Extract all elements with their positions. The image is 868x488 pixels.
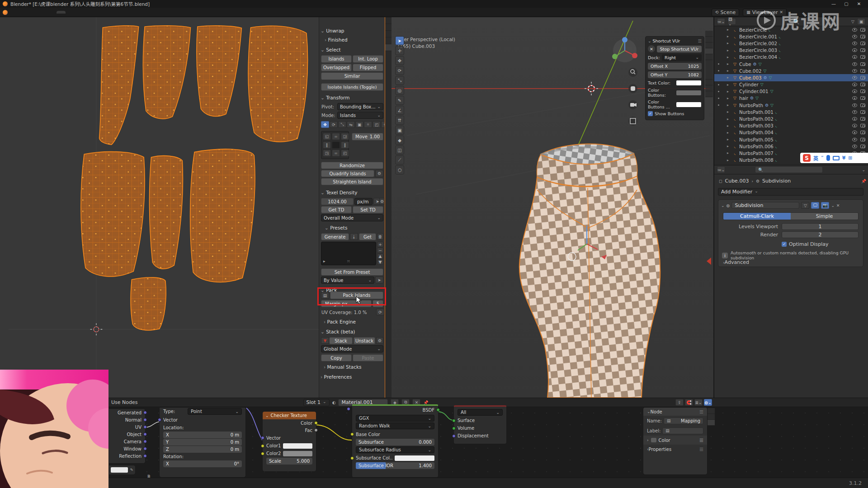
checker-texture-node[interactable]: ⌄Checker Texture Color Fac Vector Color1… <box>262 411 316 472</box>
workspace-tab[interactable] <box>111 11 120 14</box>
outliner-row[interactable]: ▸ ◟ ▽ hair ⚙ ▽ ◟ <box>714 95 868 102</box>
modifier-wrench-icon[interactable]: ⚙ <box>765 103 769 108</box>
outliner-row[interactable]: ▸ ◟ ▽ NurbsPath.006 ⚙ ▽ ◟ <box>714 143 868 150</box>
unstack-button[interactable]: Unstack <box>354 337 375 344</box>
by-value-cursor-icon[interactable]: ➤ <box>375 277 383 283</box>
ime-keyboard-icon[interactable] <box>833 156 840 160</box>
distribution-dropdown[interactable]: GGX⌄ <box>356 415 434 422</box>
outliner-row[interactable]: ▸ ◟ ▽ Cube.003 ⚙ ▽ ◟ <box>714 74 868 81</box>
hide-eye-icon[interactable] <box>852 89 857 93</box>
scale-tool[interactable]: ⤡ <box>395 76 404 85</box>
move-tool[interactable]: ✥ <box>395 56 404 65</box>
select-similar-button[interactable]: Similar <box>321 72 383 80</box>
coverage-refresh-icon[interactable]: ⟳ <box>376 309 384 315</box>
modifier-wrench-icon[interactable]: ⚙ <box>764 75 767 80</box>
color2-socket[interactable] <box>261 452 264 455</box>
expand-arrow-icon[interactable]: ▸ <box>727 137 731 141</box>
offset-y-field[interactable]: Offset Y1082 <box>648 71 702 78</box>
presets-get-button[interactable]: Get <box>359 233 376 240</box>
expand-arrow-icon[interactable]: ▸ <box>727 151 731 155</box>
node-panel-title[interactable]: Node <box>651 409 662 414</box>
randomize-button[interactable]: Randomize <box>321 162 383 169</box>
expand-arrow-icon[interactable]: ▸ <box>727 41 731 45</box>
fac-output-socket[interactable] <box>314 428 318 432</box>
presets-trash-icon[interactable]: 🗑 <box>377 233 383 240</box>
outliner-row[interactable]: ▸ ◟ ▽ Cube.002 ⚙ ▽ ◟ <box>714 67 868 74</box>
presets-download-icon[interactable]: ⭳ <box>350 233 358 240</box>
menubar-item[interactable] <box>34 11 42 13</box>
breadcrumb-object[interactable]: Cube.003 <box>725 178 749 184</box>
output-target-dropdown[interactable]: All⌄ <box>458 409 503 416</box>
workspace-tab[interactable] <box>93 11 102 14</box>
volume-socket[interactable] <box>452 427 456 430</box>
principled-bsdf-node[interactable]: BSDF GGX⌄ Random Walk⌄ Base Color Subsur… <box>352 404 439 478</box>
material-pin-icon[interactable]: 📌 <box>423 400 428 405</box>
menubar-item[interactable] <box>42 11 50 13</box>
disable-render-camera-icon[interactable] <box>860 28 865 32</box>
texel-gear-icon[interactable]: ⚙ <box>379 198 385 205</box>
output-socket[interactable] <box>143 432 147 436</box>
section-texel-density[interactable]: Texel Density <box>321 190 384 195</box>
stop-shortcut-button[interactable]: Stop Shortcut VUr <box>657 46 702 52</box>
mapping-type-dropdown[interactable]: Point⌄ <box>188 408 242 415</box>
texel-mode-dropdown[interactable]: Overall Mode⌄ <box>321 214 383 221</box>
node-snap-icon[interactable]: 🧲 <box>685 399 693 406</box>
outliner-filter-icon[interactable]: ▽ <box>851 19 854 24</box>
straighten-island-button[interactable]: Straighten Island <box>321 178 383 185</box>
transform-2d-icon[interactable]: ◰ <box>373 121 381 128</box>
properties-search-field[interactable]: 🔍 <box>755 166 823 173</box>
select-flipped-button[interactable]: Flipped <box>353 64 383 71</box>
disable-render-camera-icon[interactable] <box>860 76 865 80</box>
optimal-display-checkbox[interactable]: ✓ <box>782 242 787 247</box>
output-socket[interactable] <box>143 411 147 414</box>
section-presets[interactable]: Presets <box>325 225 388 230</box>
annotate-tool[interactable]: ✎ <box>395 96 404 105</box>
expand-arrow-icon[interactable]: ▸ <box>727 158 731 162</box>
cursor-tool[interactable]: ✛ <box>395 46 404 55</box>
ime-mic-icon[interactable] <box>826 155 830 161</box>
workspace-tab[interactable] <box>120 11 129 14</box>
extrude-tool[interactable]: ⇈ <box>395 116 404 125</box>
workspace-tab[interactable] <box>147 11 156 14</box>
hide-eye-icon[interactable] <box>852 35 857 38</box>
hide-eye-icon[interactable] <box>852 42 857 45</box>
material-output-node[interactable]: All⌄ Surface Volume Displacement <box>453 405 507 444</box>
texel-density-value[interactable]: 1024.00 <box>321 198 354 205</box>
node-color-swatch[interactable] <box>651 438 656 442</box>
workspace-tab[interactable] <box>75 11 84 14</box>
displacement-socket[interactable] <box>452 434 456 438</box>
disable-render-camera-icon[interactable] <box>860 62 865 66</box>
disable-render-camera-icon[interactable] <box>860 110 865 114</box>
node-preview-icon[interactable]: ◍⌄ <box>704 399 712 406</box>
outliner-row[interactable]: ▸ ◟ ▽ BezierCircle.003 ⚙ ▽ ◟ <box>714 47 868 54</box>
measure-tool[interactable]: ∠ <box>395 106 404 115</box>
disable-render-camera-icon[interactable] <box>860 117 865 121</box>
expand-arrow-icon[interactable]: ▸ <box>727 131 731 135</box>
set-from-preset-button[interactable]: Set From Preset <box>321 268 383 276</box>
outliner-row[interactable]: ▸ ◟ ▽ NurbsPath ⚙ ▽ ◟ <box>714 102 868 108</box>
texel-units-dropdown[interactable]: px/m <box>354 198 373 205</box>
expand-arrow-icon[interactable]: ▸ <box>727 89 731 94</box>
disable-render-camera-icon[interactable] <box>860 55 865 59</box>
npanel-tab[interactable] <box>705 31 713 37</box>
scale-field[interactable]: Scale5.000 <box>266 458 312 465</box>
properties-section[interactable]: › Properties☰ <box>643 445 707 454</box>
disable-render-camera-icon[interactable] <box>860 103 865 107</box>
outliner-row[interactable]: ▸ ◟ ▽ NurbsPath.005 ⚙ ▽ ◟ <box>714 136 868 143</box>
select-islands-button[interactable]: Islands <box>321 55 352 63</box>
rotation-x-field[interactable]: X0° <box>163 460 242 467</box>
quadrify-settings-gear-icon[interactable]: ⚙ <box>375 170 383 177</box>
subsurface-method-dropdown[interactable]: Random Walk⌄ <box>356 422 434 429</box>
outliner-row[interactable]: ▸ ◟ ▽ NurbsPath.001 ⚙ ▽ ◟ <box>714 108 868 115</box>
select-overlapped-button[interactable]: Overlapped <box>321 64 352 71</box>
ime-punct-icon[interactable]: ” <box>821 155 824 161</box>
section-stack[interactable]: Stack (beta) <box>321 329 384 334</box>
disable-render-camera-icon[interactable] <box>860 69 865 73</box>
stack-gear-icon[interactable]: ⚙ <box>376 337 383 344</box>
outliner-row[interactable]: ▸ ◟ ▽ BezierCircle ⚙ ▽ ◟ <box>714 26 868 33</box>
hide-eye-icon[interactable] <box>852 124 857 127</box>
disable-render-camera-icon[interactable] <box>860 138 865 141</box>
mapping-node[interactable]: Type: Point⌄ Vector Location: X0 m Y0 m … <box>159 407 246 478</box>
transform-rotate-icon[interactable]: ⟳ <box>330 121 338 128</box>
color-swatch[interactable] <box>111 467 128 473</box>
